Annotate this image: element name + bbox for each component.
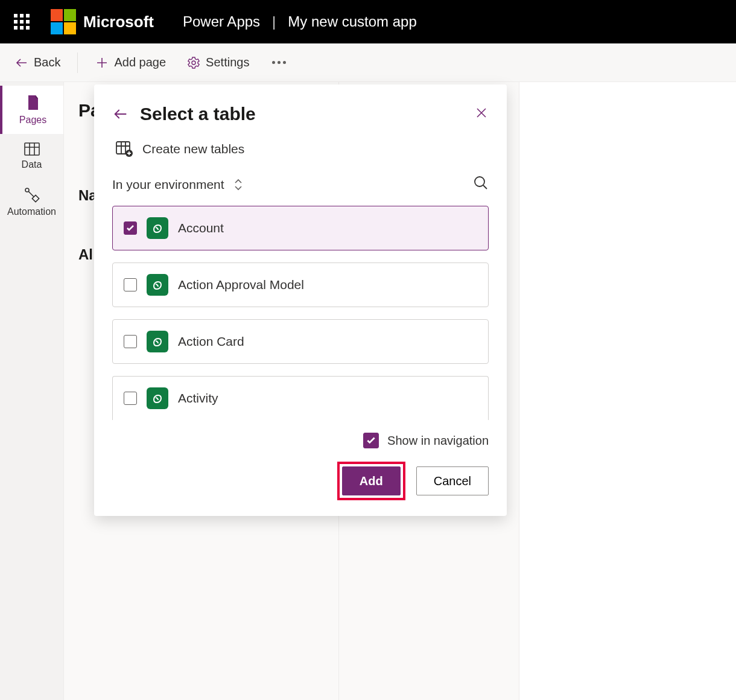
search-icon xyxy=(473,175,489,194)
table-plus-icon xyxy=(116,141,133,157)
app-launcher-button[interactable] xyxy=(0,14,43,30)
table-row-account[interactable]: Account xyxy=(112,206,489,250)
rail-pages-label: Pages xyxy=(19,115,46,126)
dialog-footer: Add Cancel xyxy=(112,462,489,500)
show-in-nav-label: Show in navigation xyxy=(387,434,489,448)
command-bar: Back Add page Settings xyxy=(0,43,736,82)
microsoft-wordmark: Microsoft xyxy=(83,13,154,31)
plus-icon xyxy=(95,56,109,70)
more-commands-button[interactable] xyxy=(267,56,291,69)
dialog-title: Select a table xyxy=(140,104,463,124)
svg-point-0 xyxy=(192,61,195,65)
checkbox[interactable] xyxy=(124,392,137,405)
checkbox[interactable] xyxy=(124,221,137,235)
table-label: Account xyxy=(178,221,224,235)
table-list: Account Action Approval Model xyxy=(112,206,489,428)
dataverse-icon xyxy=(147,274,168,296)
global-header: Microsoft Power Apps | My new custom app xyxy=(0,0,736,43)
content-column: Pa Na Al Select a table Cr xyxy=(64,82,736,700)
gear-icon xyxy=(186,56,201,70)
environment-label[interactable]: In your environment xyxy=(112,177,224,192)
show-in-nav-checkbox[interactable] xyxy=(363,433,379,448)
back-button[interactable]: Back xyxy=(7,52,68,74)
checkbox[interactable] xyxy=(124,278,137,291)
dialog-back-button[interactable] xyxy=(112,106,129,122)
svg-rect-1 xyxy=(25,143,39,155)
page-icon xyxy=(26,94,40,111)
settings-button[interactable]: Settings xyxy=(179,52,256,74)
dataverse-icon xyxy=(147,387,168,409)
rail-data-label: Data xyxy=(22,159,42,170)
add-page-label: Add page xyxy=(114,56,166,69)
close-button[interactable] xyxy=(474,106,489,122)
table-row-action-card[interactable]: Action Card xyxy=(112,319,489,364)
create-new-tables-button[interactable]: Create new tables xyxy=(112,141,489,175)
microsoft-logo-icon xyxy=(51,9,76,34)
settings-label: Settings xyxy=(206,56,249,69)
command-divider xyxy=(77,52,78,73)
back-label: Back xyxy=(34,56,60,69)
preview-pane xyxy=(519,82,736,700)
left-rail: Pages Data Automation xyxy=(0,82,64,700)
table-row-action-approval-model[interactable]: Action Approval Model xyxy=(112,262,489,307)
breadcrumb-appname[interactable]: My new custom app xyxy=(288,13,416,30)
add-page-button[interactable]: Add page xyxy=(87,52,173,74)
arrow-left-icon xyxy=(14,56,29,70)
microsoft-logo: Microsoft xyxy=(51,9,154,34)
search-button[interactable] xyxy=(473,175,489,194)
breadcrumb-app[interactable]: Power Apps xyxy=(183,13,260,30)
waffle-icon xyxy=(14,14,30,30)
table-label: Action Card xyxy=(178,334,244,349)
breadcrumb-separator: | xyxy=(272,13,276,30)
select-table-dialog: Select a table Create new tables In your… xyxy=(94,84,507,516)
flow-icon xyxy=(24,187,40,203)
sort-toggle-icon[interactable] xyxy=(233,178,244,191)
dataverse-icon xyxy=(147,217,168,239)
dataverse-icon xyxy=(147,331,168,352)
table-label: Activity xyxy=(178,391,218,406)
table-icon xyxy=(24,142,40,156)
add-button[interactable]: Add xyxy=(342,466,401,495)
rail-item-data[interactable]: Data xyxy=(0,134,63,179)
add-button-highlight: Add xyxy=(337,462,405,500)
close-icon xyxy=(474,106,489,122)
svg-point-6 xyxy=(475,177,484,186)
environment-filter-row: In your environment xyxy=(112,175,489,194)
show-in-nav-row: Show in navigation xyxy=(112,433,489,448)
breadcrumb: Power Apps | My new custom app xyxy=(183,13,417,30)
table-row-activity[interactable]: Activity xyxy=(112,376,489,420)
main-area: Pages Data Automation Pa Na Al Select xyxy=(0,82,736,700)
dialog-header: Select a table xyxy=(112,104,489,124)
rail-item-automation[interactable]: Automation xyxy=(0,179,63,226)
create-new-label: Create new tables xyxy=(142,142,244,156)
cancel-button[interactable]: Cancel xyxy=(416,466,489,495)
rail-automation-label: Automation xyxy=(7,206,56,217)
checkbox[interactable] xyxy=(124,335,137,348)
table-label: Action Approval Model xyxy=(178,278,304,292)
rail-item-pages[interactable]: Pages xyxy=(0,86,63,134)
